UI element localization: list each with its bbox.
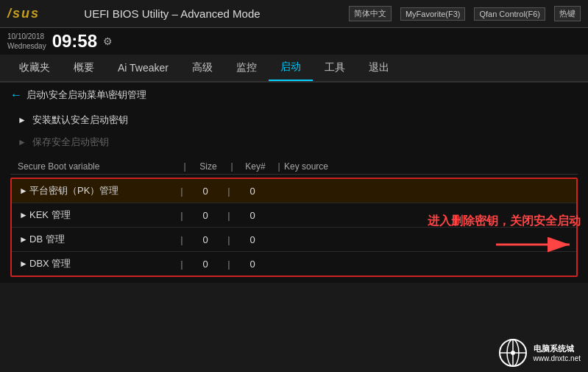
col-header-source: Key source [284,161,570,172]
menu-label-save: 保存安全启动密钥 [32,136,109,149]
tab-advanced[interactable]: 高级 [180,55,224,81]
tab-favorites[interactable]: 收藏夹 [7,55,62,81]
qfan-button[interactable]: Qfan Control(F6) [474,7,545,21]
tab-monitor[interactable]: 监控 [224,55,269,81]
back-arrow[interactable]: ← [10,88,22,102]
hotkey-button[interactable]: 热键 [554,6,581,21]
row-arrow-db: ► [19,234,29,245]
row-name-pk: 平台密钥（PK）管理 [29,184,177,197]
row-pipe1-db: | [177,234,187,245]
row-arrow-dbx: ► [19,259,29,269]
col-sep3: | [274,161,284,172]
row-pipe1-dbx: | [177,259,187,270]
menu-item-install-key[interactable]: ► 安装默认安全启动密钥 [10,109,578,131]
watermark-logo-icon [498,338,528,368]
watermark-url: www.dnxtc.net [534,354,581,362]
breadcrumb-path: 启动\安全启动菜单\密钥管理 [26,88,146,102]
tab-tools[interactable]: 工具 [313,55,357,81]
watermark-row: 电脑系统城 www.dnxtc.net [498,338,581,368]
datetime-bar: 10/10/2018 Wednesday 09:58 ⚙ [0,28,588,55]
row-pipe2-db: | [224,234,234,245]
row-name-db: DB 管理 [29,233,177,246]
date-line1: 10/10/2018 [7,32,46,41]
row-val1-db: 0 [187,234,224,245]
header-bar: /sus UEFI BIOS Utility – Advanced Mode 简… [0,0,588,28]
svg-point-6 [511,351,515,355]
menu-arrow-install: ► [18,115,26,125]
watermark-text-block: 电脑系统城 www.dnxtc.net [534,343,581,362]
watermark: 电脑系统城 www.dnxtc.net [498,338,581,368]
row-val1-pk: 0 [187,186,224,197]
annotation-arrow [428,234,581,256]
tab-summary[interactable]: 概要 [62,55,106,81]
menu-arrow-save: ► [18,137,26,147]
row-val2-db: 0 [234,234,271,245]
row-pipe1-pk: | [177,186,187,197]
lang-button[interactable]: 简体中文 [349,6,392,21]
breadcrumb: ← 启动\安全启动菜单\密钥管理 [10,88,578,102]
col-sep1: | [180,161,190,172]
col-header-name: Secure Boot variable [18,161,180,172]
myfav-button[interactable]: MyFavorite(F3) [400,7,466,21]
row-val2-kek: 0 [234,210,271,221]
row-pipe1-kek: | [177,210,187,221]
date-display: 10/10/2018 Wednesday [7,32,46,51]
header-title: UEFI BIOS Utility – Advanced Mode [4,7,340,20]
row-pipe2-dbx: | [224,259,234,270]
tab-aitweaker[interactable]: Ai Tweaker [106,55,180,81]
table-row-pk[interactable]: ► 平台密钥（PK）管理 | 0 | 0 [12,179,576,203]
row-arrow-kek: ► [19,210,29,220]
row-val1-dbx: 0 [187,259,224,270]
nav-tabs: 收藏夹 概要 Ai Tweaker 高级 监控 启动 工具 退出 [0,55,588,83]
col-header-keynum: Key# [237,161,274,172]
tab-boot[interactable]: 启动 [269,55,313,81]
col-sep2: | [227,161,237,172]
row-pipe2-kek: | [224,210,234,221]
row-val1-kek: 0 [187,210,224,221]
row-arrow-pk: ► [19,186,29,196]
date-line2: Wednesday [7,41,46,51]
menu-item-save-key: ► 保存安全启动密钥 [10,131,578,153]
row-val2-dbx: 0 [234,259,271,270]
row-val2-pk: 0 [234,186,271,197]
watermark-site-name: 电脑系统城 [534,343,581,354]
annotation-text: 进入删除密钥，关闭安全启动 [428,214,581,227]
col-header-size: Size [190,161,227,172]
table-header: Secure Boot variable | Size | Key# | Key… [10,159,578,175]
header-right: 简体中文 MyFavorite(F3) Qfan Control(F6) 热键 [349,6,581,21]
menu-label-install: 安装默认安全启动密钥 [32,113,128,127]
row-pipe2-pk: | [224,186,234,197]
gear-icon[interactable]: ⚙ [103,35,113,47]
arrow-icon [492,234,581,256]
row-name-dbx: DBX 管理 [29,257,177,270]
tab-exit[interactable]: 退出 [357,55,401,81]
time-display: 09:58 [52,31,97,52]
row-name-kek: KEK 管理 [29,208,177,222]
annotation-box: 进入删除密钥，关闭安全启动 [428,214,581,256]
